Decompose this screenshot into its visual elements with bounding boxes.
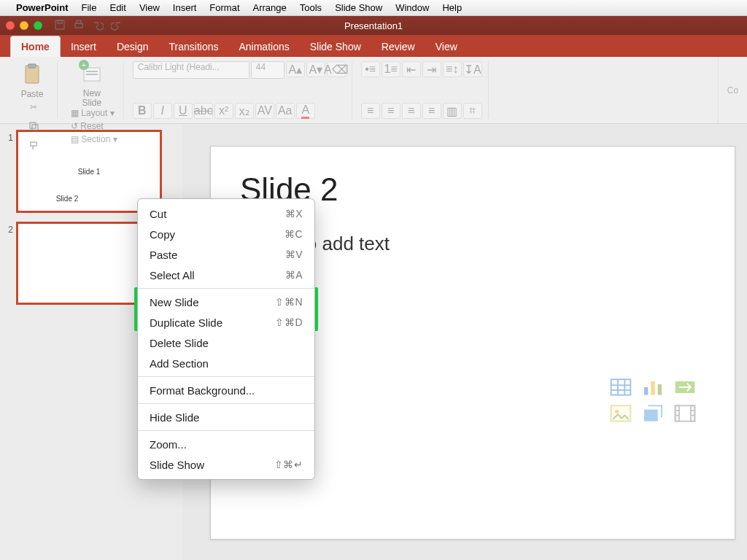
section-button[interactable]: ▤ Section ▾	[71, 134, 117, 144]
ctx-separator	[138, 430, 314, 431]
mac-menu-arrange[interactable]: Arrange	[253, 2, 287, 13]
insert-table-icon[interactable]	[609, 376, 632, 396]
mac-menu-view[interactable]: View	[139, 2, 160, 13]
window-controls	[6, 21, 42, 30]
mac-menu-format[interactable]: Format	[209, 2, 239, 13]
thumb-number: 1	[6, 133, 13, 143]
zoom-window-button[interactable]	[34, 21, 42, 30]
format-painter-icon[interactable]	[24, 137, 43, 153]
align-left-button[interactable]: ≡	[361, 103, 380, 119]
decrease-font-icon[interactable]: A▾	[306, 61, 325, 77]
superscript-button[interactable]: x²	[214, 103, 233, 119]
qat-redo-icon[interactable]	[111, 19, 123, 33]
font-size-select[interactable]: 44	[251, 61, 285, 79]
ctx-format-background[interactable]: Format Background...	[138, 380, 314, 400]
svg-rect-1	[58, 20, 62, 23]
justify-button[interactable]: ≡	[422, 103, 441, 119]
ctx-duplicate-slide[interactable]: Duplicate Slide⇧⌘D	[138, 312, 314, 332]
ctx-hide-slide[interactable]: Hide Slide	[138, 407, 314, 427]
paste-button[interactable]: Paste	[13, 61, 51, 99]
ctx-slide-show[interactable]: Slide Show⇧⌘↵	[138, 454, 314, 475]
ctx-separator	[138, 288, 314, 289]
italic-button[interactable]: I	[153, 103, 172, 119]
bullets-button[interactable]: •≡	[361, 61, 380, 77]
ribbon-overflow[interactable]: Co	[718, 57, 747, 123]
font-color-button[interactable]: A	[296, 103, 315, 119]
svg-rect-2	[75, 23, 82, 28]
insert-online-picture-icon[interactable]	[641, 402, 665, 422]
line-spacing-button[interactable]: ≡↕	[443, 61, 462, 77]
mac-menu-window[interactable]: Window	[395, 2, 429, 13]
columns-button[interactable]: ▥	[443, 103, 462, 119]
close-window-button[interactable]	[6, 21, 15, 30]
ctx-new-slide[interactable]: New Slide⇧⌘N	[138, 292, 314, 312]
qat-undo-icon[interactable]	[92, 19, 104, 33]
window-titlebar: Presentation1	[0, 16, 747, 35]
mac-menu-edit[interactable]: Edit	[109, 2, 125, 13]
ctx-select-all[interactable]: Select All⌘A	[138, 265, 314, 285]
mac-menu-file[interactable]: File	[82, 2, 97, 13]
tab-home[interactable]: Home	[10, 36, 61, 57]
svg-point-21	[615, 410, 619, 413]
char-spacing-button[interactable]: AV	[255, 103, 274, 119]
strike-button[interactable]: abc	[194, 103, 213, 119]
svg-rect-5	[28, 64, 36, 68]
bullet-placeholder[interactable]: Click to add text	[255, 233, 705, 255]
increase-indent-button[interactable]: ⇥	[422, 61, 441, 77]
ctx-cut[interactable]: Cut⌘X	[138, 203, 314, 224]
tab-design[interactable]: Design	[107, 36, 159, 57]
minimize-window-button[interactable]	[20, 21, 28, 30]
increase-font-icon[interactable]: A▴	[286, 61, 305, 77]
text-direction-button[interactable]: ↧A	[463, 61, 482, 77]
align-text-button[interactable]: ⌗	[463, 103, 482, 119]
tab-animations[interactable]: Animations	[228, 36, 299, 57]
numbering-button[interactable]: 1≡	[382, 61, 400, 77]
clear-format-icon[interactable]: A⌫	[327, 61, 346, 77]
qat-save-icon[interactable]	[54, 19, 66, 33]
mac-app-name[interactable]: PowerPoint	[16, 2, 69, 13]
new-slide-button[interactable]: + New Slide	[73, 61, 111, 108]
ctx-copy[interactable]: Copy⌘C	[138, 224, 314, 244]
insert-chart-icon[interactable]	[641, 376, 665, 396]
mac-menu-insert[interactable]: Insert	[173, 2, 197, 13]
tab-insert[interactable]: Insert	[61, 36, 107, 57]
align-center-button[interactable]: ≡	[382, 103, 400, 119]
svg-rect-0	[55, 20, 64, 29]
ctx-paste[interactable]: Paste⌘V	[138, 244, 314, 265]
document-title: Presentation1	[344, 20, 403, 31]
bold-button[interactable]: B	[133, 103, 152, 119]
insert-video-icon[interactable]	[673, 402, 697, 422]
tab-review[interactable]: Review	[371, 36, 425, 57]
ctx-delete-slide[interactable]: Delete Slide	[138, 332, 314, 353]
reset-button[interactable]: ↺ Reset	[71, 121, 117, 131]
mac-menu-tools[interactable]: Tools	[300, 2, 322, 13]
copy-icon[interactable]	[24, 118, 43, 134]
svg-rect-24	[691, 405, 694, 421]
change-case-button[interactable]: Aa	[276, 103, 295, 119]
tab-transitions[interactable]: Transitions	[159, 36, 229, 57]
subscript-button[interactable]: x₂	[235, 103, 254, 119]
layout-button[interactable]: ▦ Layout ▾	[71, 108, 117, 118]
tab-slideshow[interactable]: Slide Show	[300, 36, 371, 57]
svg-rect-18	[658, 384, 662, 395]
insert-smartart-icon[interactable]	[673, 376, 697, 396]
group-font: Calibri Light (Headi... 44 A▴ A▾ A⌫ B I …	[127, 61, 352, 119]
ctx-add-section[interactable]: Add Section	[138, 353, 314, 373]
content-placeholder-icons	[609, 376, 700, 422]
ctx-separator	[138, 376, 314, 377]
group-slides: + New Slide ▦ Layout ▾ ↺ Reset ▤ Section…	[61, 61, 124, 119]
mac-menu-help[interactable]: Help	[442, 2, 462, 13]
underline-button[interactable]: U	[174, 103, 193, 119]
context-menu: Cut⌘X Copy⌘C Paste⌘V Select All⌘A New Sl…	[137, 198, 315, 480]
decrease-indent-button[interactable]: ⇤	[402, 61, 421, 77]
mac-menu-slideshow[interactable]: Slide Show	[335, 2, 382, 13]
cut-icon[interactable]: ✂	[24, 99, 43, 115]
mac-menubar: PowerPoint File Edit View Insert Format …	[0, 0, 747, 16]
align-right-button[interactable]: ≡	[402, 103, 421, 119]
insert-picture-icon[interactable]	[609, 402, 632, 422]
group-clipboard: Paste ✂	[7, 61, 58, 119]
ctx-zoom[interactable]: Zoom...	[138, 434, 314, 454]
font-name-select[interactable]: Calibri Light (Headi...	[133, 61, 249, 79]
tab-view[interactable]: View	[425, 36, 468, 57]
qat-print-icon[interactable]	[73, 19, 85, 33]
